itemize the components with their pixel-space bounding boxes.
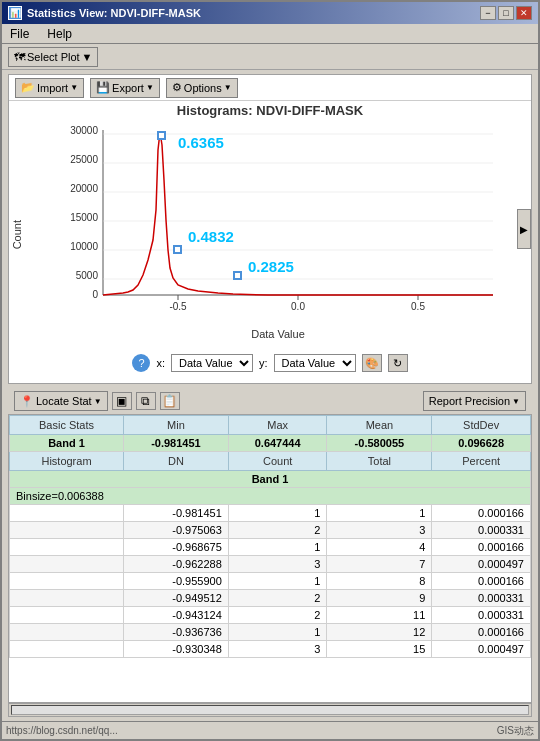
- import-icon: 📂: [21, 81, 35, 94]
- svg-text:25000: 25000: [70, 154, 98, 165]
- table-cell: 1: [228, 505, 327, 522]
- table-cell: 2: [228, 590, 327, 607]
- x-label: x:: [156, 357, 165, 369]
- col-dn: DN: [124, 452, 229, 471]
- main-window: 📊 Statistics View: NDVI-DIFF-MASK − □ ✕ …: [0, 0, 540, 741]
- table-cell: 4: [327, 539, 432, 556]
- chart-svg-wrap: 30000 25000 20000 15000 10000 5000 0 -0.: [25, 120, 531, 350]
- table-cell: 11: [327, 607, 432, 624]
- window-title: Statistics View: NDVI-DIFF-MASK: [27, 7, 201, 19]
- svg-text:0.2825: 0.2825: [248, 258, 294, 275]
- table-cell: 0.000166: [432, 573, 531, 590]
- menu-help[interactable]: Help: [43, 26, 76, 42]
- col-mean: Mean: [327, 416, 432, 435]
- table-cell: -0.930348: [124, 641, 229, 658]
- select-plot-label: Select Plot: [27, 51, 80, 63]
- table-cell: -0.962288: [124, 556, 229, 573]
- copy-button[interactable]: ⧉: [136, 392, 156, 410]
- title-bar: 📊 Statistics View: NDVI-DIFF-MASK − □ ✕: [2, 2, 538, 24]
- table-cell: 3: [228, 556, 327, 573]
- options-icon: ⚙: [172, 81, 182, 94]
- svg-text:5000: 5000: [76, 270, 99, 281]
- export-label: Export: [112, 82, 144, 94]
- table-row: -0.975063230.000331: [10, 522, 531, 539]
- table-cell: -0.968675: [124, 539, 229, 556]
- stats-table-container[interactable]: Basic Stats Min Max Mean StdDev Band 1 -…: [8, 414, 532, 703]
- table-cell: 7: [327, 556, 432, 573]
- table-cell: 3: [228, 641, 327, 658]
- table-row: -0.9367361120.000166: [10, 624, 531, 641]
- table-cell: 0.000497: [432, 641, 531, 658]
- import-label: Import: [37, 82, 68, 94]
- table-cell: 9: [327, 590, 432, 607]
- table-cell: 3: [327, 522, 432, 539]
- svg-text:-0.5: -0.5: [169, 301, 187, 312]
- svg-text:0.4832: 0.4832: [188, 228, 234, 245]
- status-bar: https://blog.csdn.net/qq... GIS动态: [2, 721, 538, 739]
- report-precision-label: Report Precision: [429, 395, 510, 407]
- table-row: -0.9431242110.000331: [10, 607, 531, 624]
- table-row: -0.9303483150.000497: [10, 641, 531, 658]
- report-precision-dropdown-arrow: ▼: [512, 397, 520, 406]
- maximize-button[interactable]: □: [498, 6, 514, 20]
- svg-text:15000: 15000: [70, 212, 98, 223]
- svg-text:10000: 10000: [70, 241, 98, 252]
- table-cell: 15: [327, 641, 432, 658]
- locate-icon: 📍: [20, 395, 34, 408]
- right-scroll-button[interactable]: ▶: [517, 209, 531, 249]
- svg-text:20000: 20000: [70, 183, 98, 194]
- horizontal-scrollbar[interactable]: [8, 703, 532, 717]
- table-row: -0.949512290.000331: [10, 590, 531, 607]
- svg-rect-22: [174, 246, 181, 253]
- select-plot-toolbar: 🗺 Select Plot ▼: [2, 44, 538, 70]
- table-cell: 0.000166: [432, 624, 531, 641]
- locate-stat-button[interactable]: 📍 Locate Stat ▼: [14, 391, 108, 411]
- svg-text:0.0: 0.0: [291, 301, 305, 312]
- options-button[interactable]: ⚙ Options ▼: [166, 78, 238, 98]
- stats-toolbar: 📍 Locate Stat ▼ ▣ ⧉ 📋 Report Precision ▼: [8, 388, 532, 414]
- svg-text:0.5: 0.5: [411, 301, 425, 312]
- binsize-row: Binsize=0.006388: [10, 488, 531, 505]
- basic-stats-band1-row: Band 1 -0.981451 0.647444 -0.580055 0.09…: [10, 435, 531, 452]
- refresh-button[interactable]: ↻: [388, 354, 408, 372]
- band1-mean: -0.580055: [327, 435, 432, 452]
- chart-container: Count 30000 25000 20000 15000 10000 5000…: [9, 120, 531, 350]
- col-stddev: StdDev: [432, 416, 531, 435]
- histogram-svg: 30000 25000 20000 15000 10000 5000 0 -0.: [25, 120, 531, 330]
- table-row: -0.955900180.000166: [10, 573, 531, 590]
- table-cell: 8: [327, 573, 432, 590]
- minimize-button[interactable]: −: [480, 6, 496, 20]
- close-button[interactable]: ✕: [516, 6, 532, 20]
- y-axis-select[interactable]: Data Value: [274, 354, 356, 372]
- export-button[interactable]: 💾 Export ▼: [90, 78, 160, 98]
- table-cell: -0.949512: [124, 590, 229, 607]
- menu-file[interactable]: File: [6, 26, 33, 42]
- import-button[interactable]: 📂 Import ▼: [15, 78, 84, 98]
- report-precision-button[interactable]: Report Precision ▼: [423, 391, 526, 411]
- map-icon: 🗺: [14, 51, 25, 63]
- table-cell: -0.943124: [124, 607, 229, 624]
- import-dropdown-arrow: ▼: [70, 83, 78, 92]
- status-url: https://blog.csdn.net/qq...: [6, 725, 118, 736]
- table-cell: 1: [228, 539, 327, 556]
- hist-band1-row: Band 1: [10, 471, 531, 488]
- col-histogram: Histogram: [10, 452, 124, 471]
- chart-area: 📂 Import ▼ 💾 Export ▼ ⚙ Options ▼ Histog…: [8, 74, 532, 384]
- copy-table-button[interactable]: ▣: [112, 392, 132, 410]
- color-ramp-button[interactable]: 🎨: [362, 354, 382, 372]
- table-cell: 0.000497: [432, 556, 531, 573]
- svg-text:0.6365: 0.6365: [178, 134, 224, 151]
- table-row: -0.981451110.000166: [10, 505, 531, 522]
- svg-rect-21: [158, 132, 165, 139]
- band1-max: 0.647444: [228, 435, 327, 452]
- table-row: -0.962288370.000497: [10, 556, 531, 573]
- y-label: y:: [259, 357, 268, 369]
- select-plot-button[interactable]: 🗺 Select Plot ▼: [8, 47, 98, 67]
- select-plot-dropdown-arrow: ▼: [82, 51, 93, 63]
- col-total: Total: [327, 452, 432, 471]
- table-cell: 0.000331: [432, 522, 531, 539]
- help-button[interactable]: ?: [132, 354, 150, 372]
- x-axis-select[interactable]: Data Value: [171, 354, 253, 372]
- paste-button[interactable]: 📋: [160, 392, 180, 410]
- scroll-track[interactable]: [11, 705, 529, 715]
